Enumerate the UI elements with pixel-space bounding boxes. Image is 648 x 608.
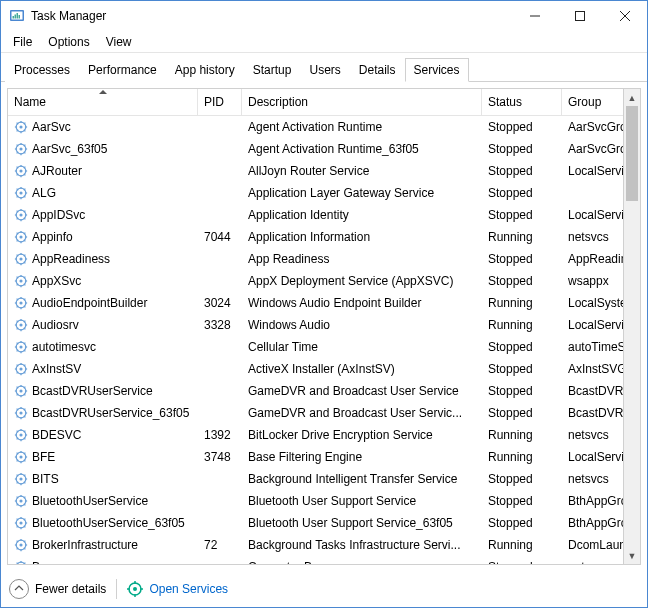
- cell-name: AppXSvc: [8, 274, 198, 288]
- titlebar[interactable]: Task Manager: [1, 1, 647, 31]
- cell-description: Windows Audio: [242, 318, 482, 332]
- col-group[interactable]: Group: [562, 89, 623, 115]
- cell-description: GameDVR and Broadcast User Service: [242, 384, 482, 398]
- cell-group: LocalSystemNetworkRestricted: [562, 296, 623, 310]
- cell-group: LocalService: [562, 318, 623, 332]
- tab-startup[interactable]: Startup: [244, 58, 301, 82]
- cell-status: Stopped: [482, 560, 562, 564]
- cell-group: BthAppGroup: [562, 516, 623, 530]
- svg-rect-5: [19, 15, 21, 19]
- cell-description: App Readiness: [242, 252, 482, 266]
- service-row[interactable]: BrowserComputer BrowserStoppednetsvcs: [8, 556, 623, 564]
- svg-point-191: [19, 521, 22, 524]
- maximize-button[interactable]: [557, 1, 602, 31]
- tab-details[interactable]: Details: [350, 58, 405, 82]
- cell-description: Computer Browser: [242, 560, 482, 564]
- col-description[interactable]: Description: [242, 89, 482, 115]
- cell-name: autotimesvc: [8, 340, 198, 354]
- cell-description: Cellular Time: [242, 340, 482, 354]
- service-row[interactable]: AppIDSvcApplication IdentityStoppedLocal…: [8, 204, 623, 226]
- chevron-up-icon: [9, 579, 29, 599]
- cell-status: Stopped: [482, 164, 562, 178]
- svg-rect-3: [15, 15, 17, 19]
- service-row[interactable]: BITSBackground Intelligent Transfer Serv…: [8, 468, 623, 490]
- svg-point-151: [19, 433, 22, 436]
- cell-description: Background Tasks Infrastructure Servi...: [242, 538, 482, 552]
- scroll-thumb[interactable]: [626, 106, 638, 201]
- cell-name: AxInstSV: [8, 362, 198, 376]
- svg-rect-2: [13, 16, 15, 19]
- menu-options[interactable]: Options: [40, 33, 97, 51]
- svg-point-71: [19, 257, 22, 260]
- scroll-up-icon[interactable]: ▲: [624, 89, 640, 106]
- cell-pid: 1392: [198, 428, 242, 442]
- cell-status: Stopped: [482, 362, 562, 376]
- cell-status: Stopped: [482, 472, 562, 486]
- cell-group: BthAppGroup: [562, 494, 623, 508]
- tab-users[interactable]: Users: [300, 58, 349, 82]
- tab-performance[interactable]: Performance: [79, 58, 166, 82]
- vertical-scrollbar[interactable]: ▲ ▼: [623, 89, 640, 564]
- scroll-down-icon[interactable]: ▼: [624, 547, 640, 564]
- cell-name: Appinfo: [8, 230, 198, 244]
- svg-point-141: [19, 411, 22, 414]
- cell-group: autoTimeSvc: [562, 340, 623, 354]
- cell-status: Stopped: [482, 406, 562, 420]
- content-area: Name PID Description Status Group AarSvc…: [1, 82, 647, 571]
- svg-point-21: [19, 147, 22, 150]
- col-name[interactable]: Name: [8, 89, 198, 115]
- service-row[interactable]: autotimesvcCellular TimeStoppedautoTimeS…: [8, 336, 623, 358]
- cell-group: AppReadiness: [562, 252, 623, 266]
- close-button[interactable]: [602, 1, 647, 31]
- service-row[interactable]: BcastDVRUserService_63f05GameDVR and Bro…: [8, 402, 623, 424]
- service-row[interactable]: AxInstSVActiveX Installer (AxInstSV)Stop…: [8, 358, 623, 380]
- fewer-details-button[interactable]: Fewer details: [9, 579, 106, 599]
- service-row[interactable]: AppReadinessApp ReadinessStoppedAppReadi…: [8, 248, 623, 270]
- menubar: File Options View: [1, 31, 647, 53]
- cell-pid: 3328: [198, 318, 242, 332]
- service-row[interactable]: AppXSvcAppX Deployment Service (AppXSVC)…: [8, 270, 623, 292]
- service-row[interactable]: BluetoothUserService_63f05Bluetooth User…: [8, 512, 623, 534]
- cell-pid: 72: [198, 538, 242, 552]
- cell-group: BcastDVRUserService: [562, 384, 623, 398]
- service-row[interactable]: Audiosrv3328Windows AudioRunningLocalSer…: [8, 314, 623, 336]
- service-row[interactable]: BFE3748Base Filtering EngineRunningLocal…: [8, 446, 623, 468]
- service-row[interactable]: BluetoothUserServiceBluetooth User Suppo…: [8, 490, 623, 512]
- open-services-button[interactable]: Open Services: [127, 581, 228, 597]
- col-pid[interactable]: PID: [198, 89, 242, 115]
- cell-name: AppReadiness: [8, 252, 198, 266]
- cell-status: Running: [482, 450, 562, 464]
- col-status[interactable]: Status: [482, 89, 562, 115]
- cell-description: GameDVR and Broadcast User Servic...: [242, 406, 482, 420]
- service-row[interactable]: BcastDVRUserServiceGameDVR and Broadcast…: [8, 380, 623, 402]
- service-row[interactable]: ALGApplication Layer Gateway ServiceStop…: [8, 182, 623, 204]
- tab-app-history[interactable]: App history: [166, 58, 244, 82]
- menu-file[interactable]: File: [5, 33, 40, 51]
- svg-point-61: [19, 235, 22, 238]
- service-row[interactable]: AudioEndpointBuilder3024Windows Audio En…: [8, 292, 623, 314]
- menu-view[interactable]: View: [98, 33, 140, 51]
- svg-point-161: [19, 455, 22, 458]
- grid-scroll[interactable]: Name PID Description Status Group AarSvc…: [8, 89, 623, 564]
- cell-status: Stopped: [482, 252, 562, 266]
- cell-name: BITS: [8, 472, 198, 486]
- service-row[interactable]: AarSvc_63f05Agent Activation Runtime_63f…: [8, 138, 623, 160]
- cell-group: netsvcs: [562, 560, 623, 564]
- cell-group: AxInstSVGroup: [562, 362, 623, 376]
- svg-point-171: [19, 477, 22, 480]
- cell-status: Running: [482, 318, 562, 332]
- service-row[interactable]: AarSvcAgent Activation RuntimeStoppedAar…: [8, 116, 623, 138]
- cell-name: AudioEndpointBuilder: [8, 296, 198, 310]
- minimize-button[interactable]: [512, 1, 557, 31]
- cell-description: Application Identity: [242, 208, 482, 222]
- cell-description: Bluetooth User Support Service: [242, 494, 482, 508]
- svg-point-31: [19, 169, 22, 172]
- cell-name: AppIDSvc: [8, 208, 198, 222]
- services-grid: Name PID Description Status Group AarSvc…: [7, 88, 641, 565]
- service-row[interactable]: Appinfo7044Application InformationRunnin…: [8, 226, 623, 248]
- service-row[interactable]: BrokerInfrastructure72Background Tasks I…: [8, 534, 623, 556]
- tab-services[interactable]: Services: [405, 58, 469, 82]
- tab-processes[interactable]: Processes: [5, 58, 79, 82]
- service-row[interactable]: AJRouterAllJoyn Router ServiceStoppedLoc…: [8, 160, 623, 182]
- service-row[interactable]: BDESVC1392BitLocker Drive Encryption Ser…: [8, 424, 623, 446]
